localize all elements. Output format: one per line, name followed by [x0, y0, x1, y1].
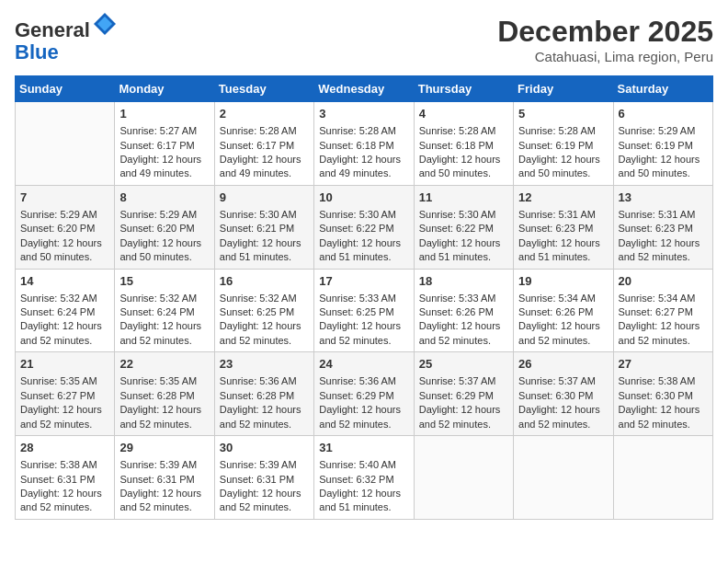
- day-number: 31: [319, 440, 408, 456]
- day-number: 18: [419, 273, 508, 290]
- cell-text: Sunrise: 5:31 AM: [518, 208, 608, 222]
- day-number: 26: [518, 356, 608, 373]
- cell-text: Sunset: 6:23 PM: [619, 222, 708, 236]
- calendar-cell: 13Sunrise: 5:31 AMSunset: 6:23 PMDayligh…: [613, 185, 712, 269]
- day-number: 13: [619, 190, 708, 206]
- cell-text: and 51 minutes.: [319, 500, 408, 514]
- cell-text: and 52 minutes.: [419, 418, 508, 431]
- cell-text: Sunset: 6:19 PM: [619, 139, 708, 153]
- cell-text: Daylight: 12 hours: [220, 403, 309, 417]
- calendar-cell: 5Sunrise: 5:28 AMSunset: 6:19 PMDaylight…: [514, 102, 613, 186]
- cell-text: Sunrise: 5:30 AM: [319, 208, 408, 222]
- cell-text: Sunset: 6:26 PM: [419, 305, 508, 319]
- calendar-cell: 8Sunrise: 5:29 AMSunset: 6:20 PMDaylight…: [115, 185, 214, 269]
- header-monday: Monday: [115, 76, 214, 102]
- cell-text: Daylight: 12 hours: [119, 319, 209, 333]
- header-friday: Friday: [514, 76, 613, 102]
- cell-text: Sunrise: 5:37 AM: [419, 374, 508, 388]
- day-number: 28: [20, 440, 109, 456]
- cell-text: and 51 minutes.: [319, 250, 408, 264]
- cell-text: Sunset: 6:27 PM: [20, 389, 109, 403]
- cell-text: Daylight: 12 hours: [20, 319, 109, 333]
- cell-text: Sunrise: 5:28 AM: [319, 124, 408, 138]
- cell-text: Sunrise: 5:29 AM: [119, 208, 209, 222]
- cell-text: Sunset: 6:24 PM: [119, 305, 209, 319]
- cell-text: and 52 minutes.: [518, 334, 608, 348]
- cell-text: Sunset: 6:18 PM: [419, 139, 508, 153]
- cell-text: and 52 minutes.: [119, 418, 209, 431]
- day-number: 22: [119, 356, 209, 373]
- cell-text: Sunset: 6:32 PM: [319, 473, 408, 487]
- logo-icon: [92, 11, 118, 37]
- day-number: 4: [419, 106, 508, 122]
- day-number: 10: [319, 190, 408, 206]
- cell-text: Sunrise: 5:28 AM: [518, 124, 608, 138]
- calendar-cell: 30Sunrise: 5:39 AMSunset: 6:31 PMDayligh…: [214, 436, 313, 520]
- calendar-cell: 31Sunrise: 5:40 AMSunset: 6:32 PMDayligh…: [314, 436, 414, 520]
- calendar-cell: 25Sunrise: 5:37 AMSunset: 6:29 PMDayligh…: [414, 352, 513, 436]
- cell-text: Sunset: 6:26 PM: [518, 305, 608, 319]
- calendar-cell: 7Sunrise: 5:29 AMSunset: 6:20 PMDaylight…: [16, 185, 115, 269]
- logo: General Blue: [15, 15, 118, 63]
- cell-text: Daylight: 12 hours: [619, 153, 708, 167]
- cell-text: Sunrise: 5:35 AM: [119, 374, 209, 388]
- cell-text: Sunrise: 5:33 AM: [319, 292, 408, 305]
- cell-text: and 52 minutes.: [518, 418, 608, 431]
- day-number: 29: [119, 440, 209, 456]
- day-number: 1: [119, 106, 209, 122]
- cell-text: Daylight: 12 hours: [419, 403, 508, 417]
- cell-text: Sunset: 6:19 PM: [518, 139, 608, 153]
- cell-text: Sunrise: 5:34 AM: [518, 292, 608, 305]
- calendar-table: SundayMondayTuesdayWednesdayThursdayFrid…: [15, 75, 713, 520]
- cell-text: Sunrise: 5:32 AM: [20, 292, 109, 305]
- calendar-week-5: 28Sunrise: 5:38 AMSunset: 6:31 PMDayligh…: [16, 436, 713, 520]
- cell-text: Sunrise: 5:34 AM: [619, 292, 708, 305]
- cell-text: Sunset: 6:17 PM: [119, 139, 209, 153]
- cell-text: and 49 minutes.: [119, 167, 209, 180]
- cell-text: Sunrise: 5:29 AM: [20, 208, 109, 222]
- cell-text: and 49 minutes.: [319, 167, 408, 180]
- cell-text: Daylight: 12 hours: [319, 487, 408, 500]
- cell-text: Sunrise: 5:38 AM: [20, 458, 109, 472]
- day-number: 9: [220, 190, 309, 206]
- day-number: 24: [319, 356, 408, 373]
- calendar-cell: 18Sunrise: 5:33 AMSunset: 6:26 PMDayligh…: [414, 269, 513, 352]
- cell-text: Sunset: 6:31 PM: [119, 473, 209, 487]
- cell-text: Daylight: 12 hours: [319, 319, 408, 333]
- cell-text: Sunset: 6:28 PM: [119, 389, 209, 403]
- cell-text: Sunset: 6:24 PM: [20, 305, 109, 319]
- cell-text: Sunset: 6:20 PM: [20, 222, 109, 236]
- day-number: 25: [419, 356, 508, 373]
- cell-text: Sunrise: 5:40 AM: [319, 458, 408, 472]
- calendar-cell: 1Sunrise: 5:27 AMSunset: 6:17 PMDaylight…: [115, 102, 214, 186]
- cell-text: Daylight: 12 hours: [119, 153, 209, 167]
- cell-text: Sunrise: 5:39 AM: [220, 458, 309, 472]
- calendar-cell: [414, 436, 513, 520]
- logo-general: General: [15, 18, 90, 41]
- cell-text: and 50 minutes.: [119, 250, 209, 264]
- cell-text: and 52 minutes.: [319, 418, 408, 431]
- cell-text: Sunset: 6:30 PM: [518, 389, 608, 403]
- day-number: 12: [518, 190, 608, 206]
- cell-text: and 50 minutes.: [20, 250, 109, 264]
- header-thursday: Thursday: [414, 76, 513, 102]
- day-number: 15: [119, 273, 209, 290]
- calendar-cell: 12Sunrise: 5:31 AMSunset: 6:23 PMDayligh…: [514, 185, 613, 269]
- calendar-cell: [514, 436, 613, 520]
- month-title: December 2025: [497, 15, 713, 49]
- header-wednesday: Wednesday: [314, 76, 414, 102]
- cell-text: Daylight: 12 hours: [419, 153, 508, 167]
- cell-text: Daylight: 12 hours: [319, 236, 408, 250]
- calendar-week-2: 7Sunrise: 5:29 AMSunset: 6:20 PMDaylight…: [16, 185, 713, 269]
- cell-text: Sunrise: 5:32 AM: [220, 292, 309, 305]
- calendar-cell: 29Sunrise: 5:39 AMSunset: 6:31 PMDayligh…: [115, 436, 214, 520]
- cell-text: Daylight: 12 hours: [518, 319, 608, 333]
- cell-text: and 52 minutes.: [619, 334, 708, 348]
- cell-text: and 51 minutes.: [518, 250, 608, 264]
- calendar-cell: 20Sunrise: 5:34 AMSunset: 6:27 PMDayligh…: [613, 269, 712, 352]
- cell-text: Sunset: 6:27 PM: [619, 305, 708, 319]
- cell-text: and 52 minutes.: [619, 418, 708, 431]
- cell-text: and 51 minutes.: [220, 250, 309, 264]
- day-number: 19: [518, 273, 608, 290]
- cell-text: Sunrise: 5:33 AM: [419, 292, 508, 305]
